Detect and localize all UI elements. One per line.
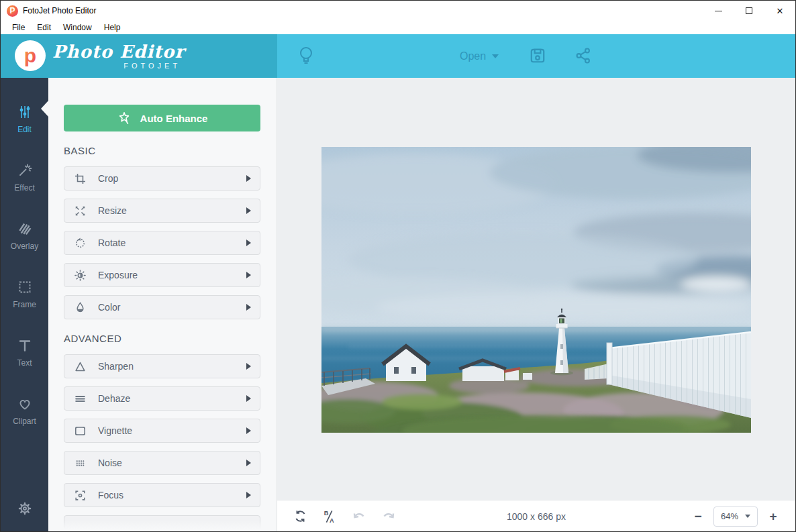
chevron-right-icon — [246, 427, 251, 434]
tool-item-label: Dehaze — [98, 393, 130, 404]
maximize-icon — [746, 7, 752, 14]
settings-button[interactable] — [1, 495, 48, 522]
sidebar-item-frame[interactable]: Frame — [1, 265, 48, 323]
sidebar-item-clipart[interactable]: Clipart — [1, 382, 48, 440]
tool-item-vignette[interactable]: Vignette — [64, 419, 260, 443]
fotojet-app-icon: P — [7, 5, 18, 17]
sidebar-item-label: Clipart — [13, 417, 36, 426]
before-after-icon: B A — [322, 509, 337, 524]
magic-star-icon — [117, 111, 132, 125]
minimize-button[interactable] — [703, 1, 734, 21]
chevron-right-icon — [246, 272, 251, 278]
undo-button[interactable] — [348, 505, 370, 528]
open-label: Open — [460, 50, 486, 62]
redo-button[interactable] — [377, 505, 400, 528]
tool-item-partial[interactable] — [64, 515, 260, 531]
vignette-corners-icon — [73, 424, 87, 437]
titlebar: P FotoJet Photo Editor ✕ — [1, 1, 795, 21]
close-button[interactable]: ✕ — [764, 1, 795, 21]
zoom-level-dropdown[interactable]: 64% — [713, 507, 758, 527]
photo-lighthouse-scene[interactable] — [321, 147, 751, 433]
section-title-advanced: ADVANCED — [64, 333, 260, 346]
menu-file[interactable]: File — [6, 23, 31, 32]
share-button[interactable] — [570, 42, 597, 69]
chevron-right-icon — [246, 240, 251, 246]
section-title-basic: BASIC — [64, 145, 260, 158]
tool-item-label: Focus — [98, 490, 123, 500]
auto-enhance-label: Auto Enhance — [140, 113, 208, 124]
heart-icon — [17, 396, 33, 412]
sidebar-item-label: Frame — [13, 300, 36, 309]
tool-item-noise[interactable]: Noise — [64, 451, 260, 475]
auto-enhance-button[interactable]: Auto Enhance — [64, 105, 260, 131]
tool-item-label: Noise — [98, 458, 122, 468]
sidebar-item-label: Text — [17, 358, 32, 368]
tool-item-crop[interactable]: Crop — [64, 166, 260, 191]
sidebar-item-overlay[interactable]: Overlay — [1, 207, 48, 265]
droplet-icon — [73, 301, 87, 314]
tool-item-label: Color — [98, 302, 120, 313]
sidebar-item-label: Overlay — [11, 242, 38, 251]
floppy-disk-icon — [529, 47, 546, 64]
zoom-out-button[interactable]: − — [692, 511, 704, 523]
edit-tools-panel: Auto Enhance BASIC Crop Resize — [48, 78, 277, 531]
canvas-area — [277, 78, 795, 501]
text-t-icon — [17, 337, 33, 354]
tool-item-label: Resize — [98, 205, 127, 216]
menu-window[interactable]: Window — [57, 23, 98, 32]
share-nodes-icon — [575, 47, 592, 64]
reset-circular-arrows-icon — [293, 509, 307, 523]
caret-down-icon — [492, 54, 499, 58]
lightbulb-icon — [297, 46, 315, 66]
tool-item-label: Sharpen — [98, 361, 134, 372]
diagonal-stripes-icon — [17, 221, 33, 237]
tool-item-dehaze[interactable]: Dehaze — [64, 386, 260, 411]
statusbar: B A — [277, 500, 795, 531]
tool-item-resize[interactable]: Resize — [64, 199, 260, 223]
crop-icon — [73, 172, 87, 185]
horizontal-lines-icon — [73, 392, 87, 405]
svg-text:A: A — [330, 517, 334, 524]
zoom-level-value: 64% — [721, 511, 738, 521]
chevron-right-icon — [246, 460, 251, 466]
rotate-icon — [73, 236, 87, 250]
menu-edit[interactable]: Edit — [31, 23, 57, 32]
chevron-right-icon — [246, 363, 251, 370]
tool-item-label: Exposure — [98, 270, 138, 280]
open-dropdown[interactable]: Open — [460, 46, 499, 66]
triangle-icon — [73, 360, 87, 373]
app-window: P FotoJet Photo Editor ✕ File Edit Windo… — [0, 0, 796, 532]
sidebar-item-label: Edit — [17, 125, 32, 134]
caret-down-icon — [745, 515, 750, 518]
menu-help[interactable]: Help — [98, 23, 127, 32]
save-button[interactable] — [524, 42, 551, 69]
app-header: p Photo Editor FOTOJET Open — [1, 34, 795, 78]
tool-item-label: Vignette — [98, 425, 132, 436]
svg-text:p: p — [24, 44, 36, 66]
menubar: File Edit Window Help — [1, 21, 795, 34]
tool-item-focus[interactable]: Focus — [64, 483, 260, 507]
magic-wand-icon — [17, 162, 33, 178]
zoom-in-button[interactable]: + — [767, 511, 779, 523]
tool-item-color[interactable]: Color — [64, 295, 260, 319]
chevron-right-icon — [246, 207, 251, 214]
svg-text:B: B — [324, 510, 329, 517]
window-title: FotoJet Photo Editor — [23, 6, 96, 15]
sidebar-item-effect[interactable]: Effect — [1, 148, 48, 207]
sidebar-item-edit[interactable]: Edit — [1, 90, 48, 148]
maximize-button[interactable] — [734, 1, 764, 21]
chevron-right-icon — [246, 492, 251, 498]
logo-title: Photo Editor — [52, 40, 185, 63]
tool-item-sharpen[interactable]: Sharpen — [64, 354, 260, 378]
close-icon: ✕ — [777, 6, 784, 16]
logo-area: p Photo Editor FOTOJET — [1, 34, 277, 78]
tool-item-exposure[interactable]: Exposure — [64, 263, 260, 287]
sidebar-item-text[interactable]: Text — [1, 323, 48, 382]
tips-button[interactable] — [292, 42, 320, 70]
reset-button[interactable] — [289, 505, 311, 528]
tool-item-rotate[interactable]: Rotate — [64, 231, 260, 255]
tool-item-label: Rotate — [98, 237, 126, 248]
compare-before-after-button[interactable]: B A — [318, 505, 341, 528]
focus-brackets-icon — [73, 488, 87, 502]
gear-icon — [17, 501, 32, 516]
